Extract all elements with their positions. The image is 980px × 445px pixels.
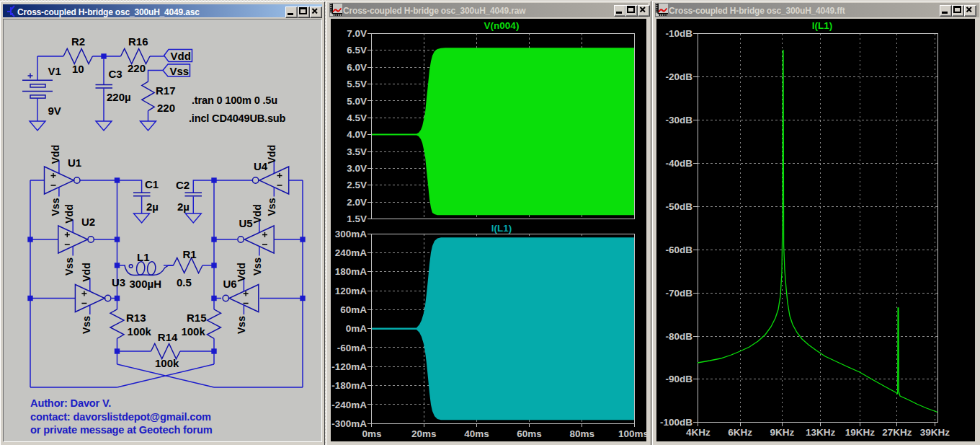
svg-text:I(L1): I(L1) bbox=[491, 223, 512, 234]
svg-text:300mA: 300mA bbox=[335, 229, 368, 239]
svg-text:Vdd: Vdd bbox=[50, 145, 61, 164]
svg-text:.incl CD4049UB.sub: .incl CD4049UB.sub bbox=[189, 113, 286, 124]
svg-text:3.5V: 3.5V bbox=[347, 146, 367, 157]
svg-text:Vss: Vss bbox=[63, 257, 75, 276]
svg-text:19KHz: 19KHz bbox=[845, 427, 876, 438]
svg-text:Vss: Vss bbox=[251, 257, 263, 276]
svg-text:100ms: 100ms bbox=[618, 428, 646, 439]
svg-text:4.0V: 4.0V bbox=[347, 129, 367, 140]
svg-text:R15: R15 bbox=[187, 312, 207, 324]
svg-text:2µ: 2µ bbox=[177, 201, 190, 213]
svg-text:120mA: 120mA bbox=[335, 286, 368, 296]
svg-text:-10dB: -10dB bbox=[665, 28, 692, 39]
svg-text:240mA: 240mA bbox=[335, 247, 368, 258]
svg-text:3.0V: 3.0V bbox=[347, 163, 367, 174]
svg-text:R14: R14 bbox=[158, 331, 178, 343]
svg-text:R2: R2 bbox=[71, 35, 85, 48]
svg-text:U2: U2 bbox=[81, 216, 95, 228]
svg-text:6.0V: 6.0V bbox=[347, 62, 367, 73]
svg-text:220µ: 220µ bbox=[107, 91, 131, 103]
svg-text:Vss: Vss bbox=[236, 316, 247, 334]
svg-text:Author: Davor V.: Author: Davor V. bbox=[30, 397, 111, 409]
svg-text:C1: C1 bbox=[145, 178, 159, 190]
svg-text:-180mA: -180mA bbox=[331, 380, 367, 391]
svg-text:V(n004): V(n004) bbox=[484, 20, 520, 31]
svg-text:10: 10 bbox=[72, 63, 84, 75]
svg-text:5.0V: 5.0V bbox=[347, 96, 367, 107]
svg-text:R16: R16 bbox=[128, 35, 148, 48]
svg-text:220: 220 bbox=[128, 62, 146, 74]
svg-text:-60dB: -60dB bbox=[665, 244, 692, 255]
svg-text:60ms: 60ms bbox=[517, 428, 542, 439]
svg-text:20ms: 20ms bbox=[411, 428, 437, 439]
svg-text:0ms: 0ms bbox=[362, 428, 381, 439]
svg-text:or private message at Geotech: or private message at Geotech forum bbox=[30, 424, 213, 436]
svg-text:220: 220 bbox=[157, 102, 175, 114]
svg-text:Vdd: Vdd bbox=[171, 50, 191, 62]
svg-text:9KHz: 9KHz bbox=[770, 427, 795, 438]
svg-text:Vdd: Vdd bbox=[81, 263, 92, 281]
svg-text:-100dB: -100dB bbox=[660, 417, 692, 428]
svg-text:L1: L1 bbox=[137, 251, 150, 263]
svg-text:13KHz: 13KHz bbox=[806, 427, 836, 438]
svg-text:Vss: Vss bbox=[50, 198, 61, 216]
svg-text:1.5V: 1.5V bbox=[347, 213, 367, 224]
svg-text:2.5V: 2.5V bbox=[347, 180, 367, 190]
svg-text:-40dB: -40dB bbox=[665, 158, 692, 169]
svg-text:R13: R13 bbox=[126, 312, 146, 324]
svg-text:contact: davorslistdepot@gmail: contact: davorslistdepot@gmail.com bbox=[30, 411, 211, 423]
svg-text:-80dB: -80dB bbox=[665, 331, 692, 342]
svg-text:6.5V: 6.5V bbox=[347, 45, 367, 56]
svg-text:39KHz: 39KHz bbox=[920, 427, 950, 438]
svg-text:-60mA: -60mA bbox=[337, 343, 368, 353]
svg-text:9V: 9V bbox=[48, 105, 61, 117]
svg-text:100k: 100k bbox=[181, 325, 205, 338]
svg-text:27KHz: 27KHz bbox=[882, 427, 912, 438]
svg-text:Vss: Vss bbox=[266, 198, 277, 216]
svg-text:0mA: 0mA bbox=[346, 323, 368, 334]
svg-text:5.5V: 5.5V bbox=[347, 79, 367, 89]
svg-text:V1: V1 bbox=[48, 65, 61, 77]
svg-text:-240mA: -240mA bbox=[331, 400, 367, 410]
svg-text:Vss: Vss bbox=[170, 65, 190, 77]
svg-text:C3: C3 bbox=[109, 68, 122, 80]
svg-text:6KHz: 6KHz bbox=[728, 427, 752, 438]
svg-text:2µ: 2µ bbox=[146, 201, 159, 213]
svg-text:R17: R17 bbox=[156, 84, 176, 97]
svg-text:4KHz: 4KHz bbox=[686, 427, 710, 438]
svg-text:Vss: Vss bbox=[81, 316, 92, 334]
svg-text:100k: 100k bbox=[155, 357, 179, 369]
svg-text:100k: 100k bbox=[128, 325, 152, 338]
svg-text:I(L1): I(L1) bbox=[812, 20, 833, 31]
svg-text:40ms: 40ms bbox=[464, 428, 489, 439]
svg-text:-20dB: -20dB bbox=[665, 71, 692, 82]
svg-text:Vdd: Vdd bbox=[236, 263, 247, 281]
svg-text:7.0V: 7.0V bbox=[347, 28, 367, 39]
svg-text:U1: U1 bbox=[68, 157, 81, 169]
svg-text:0.5: 0.5 bbox=[177, 276, 192, 288]
svg-text:180mA: 180mA bbox=[335, 266, 368, 277]
svg-text:4.5V: 4.5V bbox=[347, 113, 367, 123]
svg-text:.tran 0 100m 0 .5u: .tran 0 100m 0 .5u bbox=[192, 94, 277, 106]
svg-text:Vdd: Vdd bbox=[251, 204, 263, 223]
svg-text:60mA: 60mA bbox=[340, 304, 367, 315]
svg-text:-30dB: -30dB bbox=[665, 115, 692, 125]
svg-text:U6: U6 bbox=[223, 278, 237, 290]
svg-text:2.0V: 2.0V bbox=[347, 197, 367, 208]
svg-text:-70dB: -70dB bbox=[665, 288, 692, 299]
svg-text:-50dB: -50dB bbox=[665, 201, 692, 212]
svg-text:R1: R1 bbox=[182, 248, 196, 260]
svg-text:C2: C2 bbox=[176, 179, 190, 191]
svg-text:-90dB: -90dB bbox=[665, 374, 692, 384]
svg-text:Vdd: Vdd bbox=[63, 204, 75, 223]
svg-text:80ms: 80ms bbox=[570, 428, 595, 439]
svg-text:Vdd: Vdd bbox=[266, 145, 277, 164]
svg-text:-120mA: -120mA bbox=[331, 361, 367, 372]
svg-text:U3: U3 bbox=[112, 276, 125, 288]
svg-text:300µH: 300µH bbox=[130, 278, 162, 290]
